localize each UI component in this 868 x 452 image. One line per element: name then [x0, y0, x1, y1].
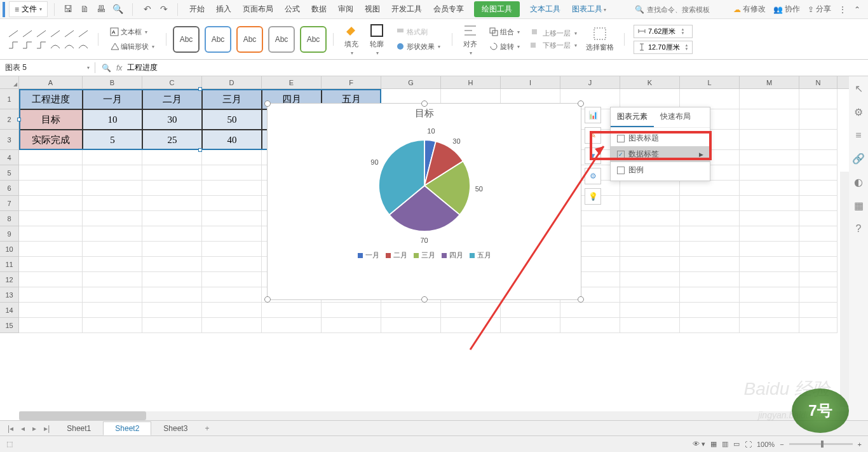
cell[interactable]: 目标 — [19, 109, 83, 130]
sidebar-help-icon[interactable]: ? — [856, 223, 862, 235]
cell[interactable] — [799, 109, 837, 130]
cell[interactable] — [19, 181, 83, 196]
cell[interactable] — [799, 130, 837, 150]
cell[interactable] — [19, 272, 83, 287]
cell[interactable] — [799, 257, 837, 272]
sidebar-link-icon[interactable]: 🔗 — [852, 153, 865, 165]
row-header-15[interactable]: 15 — [0, 318, 19, 333]
zoom-slider[interactable] — [789, 443, 853, 445]
cell[interactable] — [740, 242, 799, 257]
tab-review[interactable]: 审阅 — [337, 1, 355, 17]
row-header-3[interactable]: 3 — [0, 130, 19, 150]
col-header-N[interactable]: N — [799, 76, 837, 88]
cell[interactable] — [83, 287, 142, 303]
cell[interactable] — [680, 242, 740, 257]
row-header-14[interactable]: 14 — [0, 303, 19, 318]
cell[interactable] — [740, 287, 799, 303]
legend-item[interactable]: 五月 — [470, 250, 491, 260]
row-header-5[interactable]: 5 — [0, 165, 19, 181]
sidebar-layout-icon[interactable]: ▦ — [854, 200, 864, 212]
save-icon[interactable]: 🖫 — [62, 3, 74, 15]
row-header-10[interactable]: 10 — [0, 242, 19, 257]
cell[interactable]: 工程进度 — [19, 89, 83, 109]
legend-item[interactable]: 一月 — [358, 250, 379, 260]
col-header-C[interactable]: C — [142, 76, 202, 88]
cell[interactable] — [83, 226, 142, 242]
cell[interactable] — [202, 303, 262, 318]
cell[interactable] — [740, 272, 799, 287]
style-preset-2[interactable]: Abc — [205, 26, 231, 53]
width-input[interactable]: 7.62厘米▲▼ — [634, 25, 693, 38]
command-search[interactable]: 🔍 — [630, 5, 728, 14]
cell[interactable] — [799, 181, 837, 196]
cell[interactable]: 实际完成 — [19, 130, 83, 150]
cell[interactable] — [799, 272, 837, 287]
style-preset-3[interactable]: Abc — [236, 26, 263, 53]
popup-tab-layout[interactable]: 快速布局 — [654, 107, 697, 127]
legend-item[interactable]: 四月 — [442, 250, 463, 260]
cell[interactable] — [202, 242, 262, 257]
row-header-1[interactable]: 1 — [0, 89, 19, 109]
cell[interactable] — [83, 181, 142, 196]
selection-pane-button[interactable]: 选择窗格 — [582, 25, 618, 53]
cell[interactable] — [620, 272, 680, 287]
cell[interactable] — [799, 226, 837, 242]
cell[interactable] — [202, 196, 262, 211]
cell[interactable] — [19, 242, 83, 257]
sidebar-clock-icon[interactable]: ◐ — [854, 176, 863, 188]
cell[interactable] — [142, 181, 202, 196]
fill-button[interactable]: 填充 — [340, 22, 363, 57]
cell[interactable] — [202, 287, 262, 303]
chart-idea-icon[interactable]: 💡 — [585, 188, 601, 205]
cell[interactable] — [202, 257, 262, 272]
cell[interactable] — [142, 257, 202, 272]
cell[interactable] — [19, 226, 83, 242]
curve-3[interactable] — [78, 41, 89, 50]
cell[interactable] — [142, 211, 202, 226]
cell[interactable]: 三月 — [202, 89, 262, 109]
more-icon[interactable]: ⋮ — [839, 5, 846, 14]
cell[interactable] — [799, 89, 837, 109]
cell[interactable] — [740, 165, 799, 181]
chevron-up-icon[interactable]: ⌃ — [854, 5, 860, 14]
cell[interactable] — [740, 109, 799, 130]
edit-shape-button[interactable]: 编辑形状 — [107, 41, 157, 53]
style-preset-4[interactable]: Abc — [268, 26, 295, 53]
sheet-tab-Sheet3[interactable]: Sheet3 — [151, 421, 200, 435]
cell[interactable] — [262, 318, 322, 333]
tab-page-layout[interactable]: 页面布局 — [241, 1, 275, 17]
cell[interactable] — [262, 303, 322, 318]
row-header-4[interactable]: 4 — [0, 150, 19, 165]
cell[interactable]: 30 — [142, 109, 202, 130]
cell[interactable]: 5 — [83, 130, 142, 150]
send-backward-button[interactable]: 下移一层▾ — [530, 41, 577, 50]
cell[interactable] — [501, 318, 560, 333]
row-header-8[interactable]: 8 — [0, 211, 19, 226]
cell[interactable] — [740, 303, 799, 318]
cell[interactable] — [560, 318, 620, 333]
sheet-tab-Sheet1[interactable]: Sheet1 — [55, 421, 103, 435]
vertical-scrollbar[interactable] — [840, 172, 849, 407]
cell[interactable] — [142, 287, 202, 303]
cell[interactable] — [142, 226, 202, 242]
cell[interactable] — [19, 257, 83, 272]
cell[interactable] — [620, 242, 680, 257]
cell[interactable] — [620, 211, 680, 226]
cell[interactable]: 一月 — [83, 89, 142, 109]
col-header-E[interactable]: E — [262, 76, 322, 88]
cell[interactable] — [19, 318, 83, 333]
cell[interactable] — [322, 303, 381, 318]
cell[interactable] — [381, 303, 441, 318]
cell[interactable] — [740, 211, 799, 226]
eye-icon[interactable]: 👁 ▾ — [693, 440, 705, 448]
cell[interactable] — [441, 303, 501, 318]
col-header-A[interactable]: A — [19, 76, 83, 88]
sheet-nav-prev[interactable]: ◂ — [18, 424, 27, 433]
cell[interactable] — [142, 165, 202, 181]
pie-area[interactable]: 1030507090 — [367, 128, 482, 243]
row-header-9[interactable]: 9 — [0, 226, 19, 242]
cell[interactable] — [441, 318, 501, 333]
cell[interactable] — [202, 181, 262, 196]
cell[interactable] — [799, 211, 837, 226]
select-all-corner[interactable]: ◢ — [0, 76, 19, 88]
